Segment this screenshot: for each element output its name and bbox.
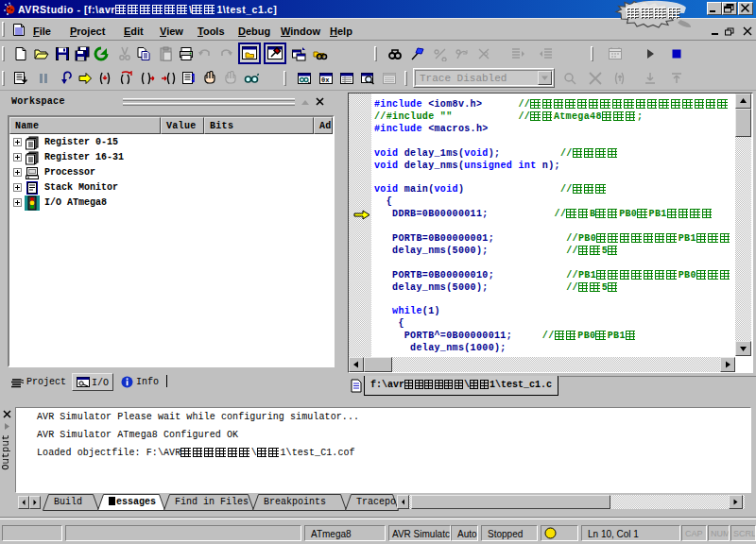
svg-text:0x: 0x [321,76,330,84]
